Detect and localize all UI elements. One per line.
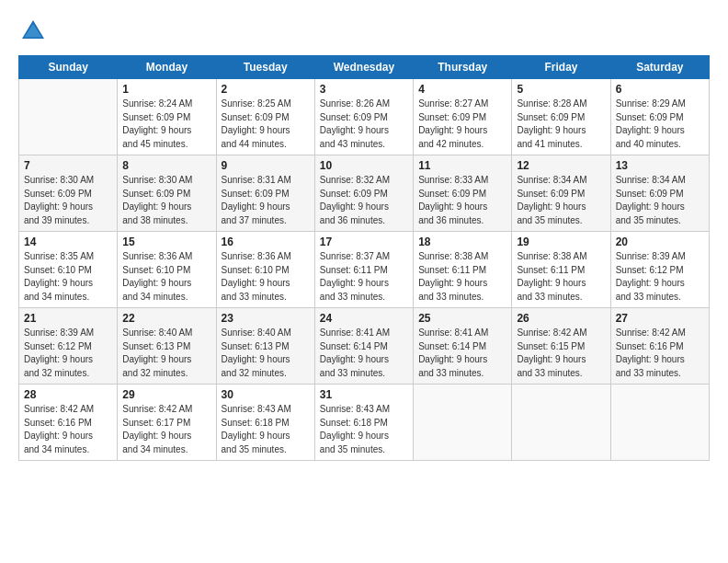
day-info: Sunrise: 8:40 AM Sunset: 6:13 PM Dayligh… (222, 327, 310, 380)
calendar-cell: 9Sunrise: 8:31 AM Sunset: 6:09 PM Daylig… (216, 155, 314, 232)
day-info: Sunrise: 8:27 AM Sunset: 6:09 PM Dayligh… (418, 98, 506, 151)
day-number: 28 (24, 388, 112, 401)
day-info: Sunrise: 8:41 AM Sunset: 6:14 PM Dayligh… (418, 327, 506, 380)
day-info: Sunrise: 8:24 AM Sunset: 6:09 PM Dayligh… (122, 98, 210, 151)
day-number: 12 (517, 159, 605, 172)
calendar-cell: 11Sunrise: 8:33 AM Sunset: 6:09 PM Dayli… (414, 155, 512, 232)
day-number: 14 (24, 236, 112, 248)
calendar-cell: 14Sunrise: 8:35 AM Sunset: 6:10 PM Dayli… (19, 232, 118, 308)
calendar-cell (610, 385, 709, 461)
day-number: 8 (122, 159, 210, 172)
day-info: Sunrise: 8:42 AM Sunset: 6:15 PM Dayligh… (517, 327, 605, 380)
day-number: 26 (517, 312, 605, 325)
day-info: Sunrise: 8:36 AM Sunset: 6:10 PM Dayligh… (222, 250, 310, 304)
header-day-tuesday: Tuesday (216, 56, 314, 79)
day-info: Sunrise: 8:34 AM Sunset: 6:09 PM Dayligh… (517, 174, 605, 227)
day-info: Sunrise: 8:36 AM Sunset: 6:10 PM Dayligh… (122, 250, 210, 304)
calendar-cell: 29Sunrise: 8:42 AM Sunset: 6:17 PM Dayli… (118, 385, 216, 461)
day-number: 4 (418, 83, 506, 96)
day-info: Sunrise: 8:35 AM Sunset: 6:10 PM Dayligh… (24, 250, 112, 304)
day-info: Sunrise: 8:31 AM Sunset: 6:09 PM Dayligh… (222, 174, 310, 227)
calendar-cell: 10Sunrise: 8:32 AM Sunset: 6:09 PM Dayli… (314, 155, 413, 232)
calendar-cell: 19Sunrise: 8:38 AM Sunset: 6:11 PM Dayli… (512, 232, 610, 308)
day-info: Sunrise: 8:29 AM Sunset: 6:09 PM Dayligh… (616, 98, 704, 151)
calendar-cell: 20Sunrise: 8:39 AM Sunset: 6:12 PM Dayli… (610, 232, 709, 308)
calendar-cell: 23Sunrise: 8:40 AM Sunset: 6:13 PM Dayli… (216, 308, 314, 385)
calendar-cell: 5Sunrise: 8:28 AM Sunset: 6:09 PM Daylig… (512, 79, 610, 155)
calendar-cell: 21Sunrise: 8:39 AM Sunset: 6:12 PM Dayli… (19, 308, 118, 385)
week-row-2: 14Sunrise: 8:35 AM Sunset: 6:10 PM Dayli… (19, 232, 710, 308)
calendar-cell (414, 385, 512, 461)
calendar-cell: 8Sunrise: 8:30 AM Sunset: 6:09 PM Daylig… (118, 155, 216, 232)
calendar-cell: 28Sunrise: 8:42 AM Sunset: 6:16 PM Dayli… (19, 385, 118, 461)
calendar-cell: 3Sunrise: 8:26 AM Sunset: 6:09 PM Daylig… (314, 79, 413, 155)
header-day-saturday: Saturday (610, 56, 709, 79)
header-day-monday: Monday (118, 56, 216, 79)
logo-icon (18, 17, 48, 46)
day-info: Sunrise: 8:42 AM Sunset: 6:17 PM Dayligh… (122, 403, 210, 456)
day-info: Sunrise: 8:43 AM Sunset: 6:18 PM Dayligh… (320, 403, 408, 456)
day-number: 17 (320, 236, 408, 248)
header (18, 17, 710, 46)
day-info: Sunrise: 8:38 AM Sunset: 6:11 PM Dayligh… (517, 250, 605, 304)
day-info: Sunrise: 8:37 AM Sunset: 6:11 PM Dayligh… (320, 250, 408, 304)
day-number: 25 (418, 312, 506, 325)
day-number: 18 (418, 236, 506, 248)
header-row: SundayMondayTuesdayWednesdayThursdayFrid… (19, 56, 710, 79)
day-info: Sunrise: 8:43 AM Sunset: 6:18 PM Dayligh… (222, 403, 310, 456)
day-number: 19 (517, 236, 605, 248)
calendar-cell: 13Sunrise: 8:34 AM Sunset: 6:09 PM Dayli… (610, 155, 709, 232)
day-number: 22 (122, 312, 210, 325)
calendar-cell: 31Sunrise: 8:43 AM Sunset: 6:18 PM Dayli… (314, 385, 413, 461)
header-day-sunday: Sunday (19, 56, 118, 79)
day-info: Sunrise: 8:32 AM Sunset: 6:09 PM Dayligh… (320, 174, 408, 227)
calendar-cell: 4Sunrise: 8:27 AM Sunset: 6:09 PM Daylig… (414, 79, 512, 155)
day-number: 7 (24, 159, 112, 172)
calendar-cell: 6Sunrise: 8:29 AM Sunset: 6:09 PM Daylig… (610, 79, 709, 155)
day-info: Sunrise: 8:42 AM Sunset: 6:16 PM Dayligh… (616, 327, 704, 380)
day-number: 27 (616, 312, 704, 325)
calendar-cell: 1Sunrise: 8:24 AM Sunset: 6:09 PM Daylig… (118, 79, 216, 155)
day-number: 13 (616, 159, 704, 172)
calendar-cell (19, 79, 118, 155)
header-day-friday: Friday (512, 56, 610, 79)
day-info: Sunrise: 8:25 AM Sunset: 6:09 PM Dayligh… (222, 98, 310, 151)
day-info: Sunrise: 8:30 AM Sunset: 6:09 PM Dayligh… (122, 174, 210, 227)
calendar-cell: 7Sunrise: 8:30 AM Sunset: 6:09 PM Daylig… (19, 155, 118, 232)
calendar-cell: 12Sunrise: 8:34 AM Sunset: 6:09 PM Dayli… (512, 155, 610, 232)
week-row-4: 28Sunrise: 8:42 AM Sunset: 6:16 PM Dayli… (19, 385, 710, 461)
calendar-cell: 22Sunrise: 8:40 AM Sunset: 6:13 PM Dayli… (118, 308, 216, 385)
week-row-1: 7Sunrise: 8:30 AM Sunset: 6:09 PM Daylig… (19, 155, 710, 232)
day-number: 20 (616, 236, 704, 248)
calendar-cell: 25Sunrise: 8:41 AM Sunset: 6:14 PM Dayli… (414, 308, 512, 385)
calendar-cell (512, 385, 610, 461)
day-number: 15 (122, 236, 210, 248)
calendar-cell: 30Sunrise: 8:43 AM Sunset: 6:18 PM Dayli… (216, 385, 314, 461)
day-number: 5 (517, 83, 605, 96)
day-number: 1 (122, 83, 210, 96)
day-number: 30 (222, 388, 310, 401)
day-info: Sunrise: 8:30 AM Sunset: 6:09 PM Dayligh… (24, 174, 112, 227)
day-number: 2 (222, 83, 310, 96)
day-number: 10 (320, 159, 408, 172)
day-number: 9 (222, 159, 310, 172)
calendar-cell: 2Sunrise: 8:25 AM Sunset: 6:09 PM Daylig… (216, 79, 314, 155)
day-info: Sunrise: 8:26 AM Sunset: 6:09 PM Dayligh… (320, 98, 408, 151)
day-number: 29 (122, 388, 210, 401)
calendar-cell: 24Sunrise: 8:41 AM Sunset: 6:14 PM Dayli… (314, 308, 413, 385)
calendar-cell: 27Sunrise: 8:42 AM Sunset: 6:16 PM Dayli… (610, 308, 709, 385)
calendar-cell: 26Sunrise: 8:42 AM Sunset: 6:15 PM Dayli… (512, 308, 610, 385)
page: SundayMondayTuesdayWednesdayThursdayFrid… (0, 0, 728, 563)
day-number: 21 (24, 312, 112, 325)
calendar-cell: 15Sunrise: 8:36 AM Sunset: 6:10 PM Dayli… (118, 232, 216, 308)
day-number: 16 (222, 236, 310, 248)
calendar-table: SundayMondayTuesdayWednesdayThursdayFrid… (18, 55, 710, 461)
day-info: Sunrise: 8:34 AM Sunset: 6:09 PM Dayligh… (616, 174, 704, 227)
day-number: 3 (320, 83, 408, 96)
week-row-0: 1Sunrise: 8:24 AM Sunset: 6:09 PM Daylig… (19, 79, 710, 155)
day-info: Sunrise: 8:39 AM Sunset: 6:12 PM Dayligh… (616, 250, 704, 304)
day-info: Sunrise: 8:28 AM Sunset: 6:09 PM Dayligh… (517, 98, 605, 151)
day-info: Sunrise: 8:42 AM Sunset: 6:16 PM Dayligh… (24, 403, 112, 456)
calendar-cell: 17Sunrise: 8:37 AM Sunset: 6:11 PM Dayli… (314, 232, 413, 308)
day-number: 6 (616, 83, 704, 96)
